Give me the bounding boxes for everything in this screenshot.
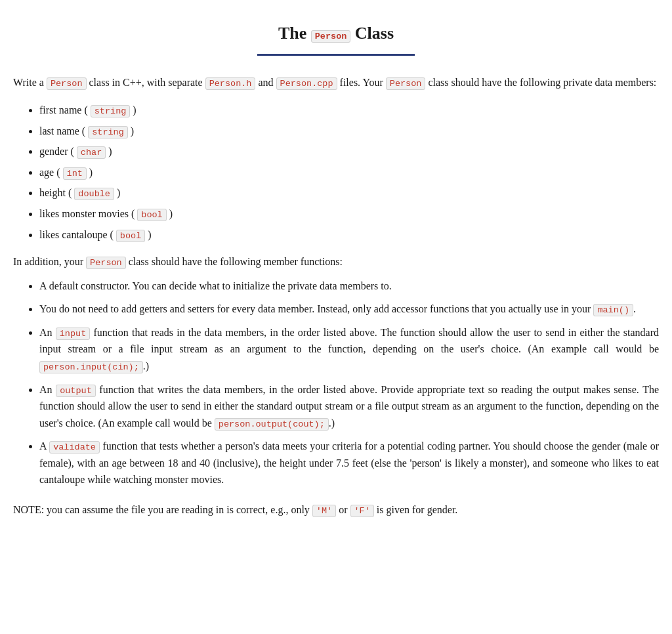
list-item: You do not need to add getters and sette… — [39, 301, 659, 318]
f-code: 'F' — [350, 505, 374, 517]
title-underline — [257, 54, 415, 56]
person-cpp-code: Person.cpp — [276, 77, 337, 90]
list-item: age ( int ) — [39, 164, 659, 181]
person-h-code: Person.h — [205, 77, 256, 90]
string-code-1: string — [91, 105, 131, 117]
bool-code-1: bool — [137, 209, 166, 221]
list-item: last name ( string ) — [39, 123, 659, 140]
int-code: int — [63, 167, 87, 180]
list-item: first name ( string ) — [39, 102, 659, 119]
m-code: 'M' — [312, 505, 336, 517]
list-item: likes monster movies ( bool ) — [39, 205, 659, 222]
data-members-list: first name ( string ) last name ( string… — [39, 102, 659, 243]
list-item: height ( double ) — [39, 184, 659, 201]
validate-code: validate — [49, 441, 100, 454]
intro-paragraph: Write a Person class in C++, with separa… — [13, 74, 659, 91]
note-paragraph: NOTE: you can assume the file you are re… — [13, 501, 659, 518]
main-code: main() — [593, 304, 633, 316]
member-functions-intro: In addition, your Person class should ha… — [13, 253, 659, 270]
person-input-cin-code: person.input(cin); — [39, 361, 143, 373]
member-functions-list: A default constructor. You can decide wh… — [39, 278, 659, 489]
person-code-3: Person — [86, 257, 126, 269]
input-code: input — [56, 328, 91, 340]
list-item: A validate function that tests whether a… — [39, 438, 659, 488]
list-item: likes cantaloupe ( bool ) — [39, 226, 659, 243]
title-class-code: Person — [311, 30, 351, 43]
list-item: gender ( char ) — [39, 143, 659, 160]
page-title: The Person Class — [13, 20, 659, 47]
person-output-cout-code: person.output(cout); — [215, 418, 329, 431]
person-code-2: Person — [386, 77, 426, 90]
bool-code-2: bool — [116, 230, 145, 242]
list-item: A default constructor. You can decide wh… — [39, 278, 659, 295]
output-code: output — [56, 385, 96, 397]
double-code: double — [74, 188, 114, 200]
person-code-1: Person — [47, 77, 87, 90]
string-code-2: string — [88, 126, 128, 138]
list-item: An input function that reads in the data… — [39, 324, 659, 375]
char-code: char — [77, 146, 106, 159]
list-item: An output function that writes the data … — [39, 381, 659, 432]
